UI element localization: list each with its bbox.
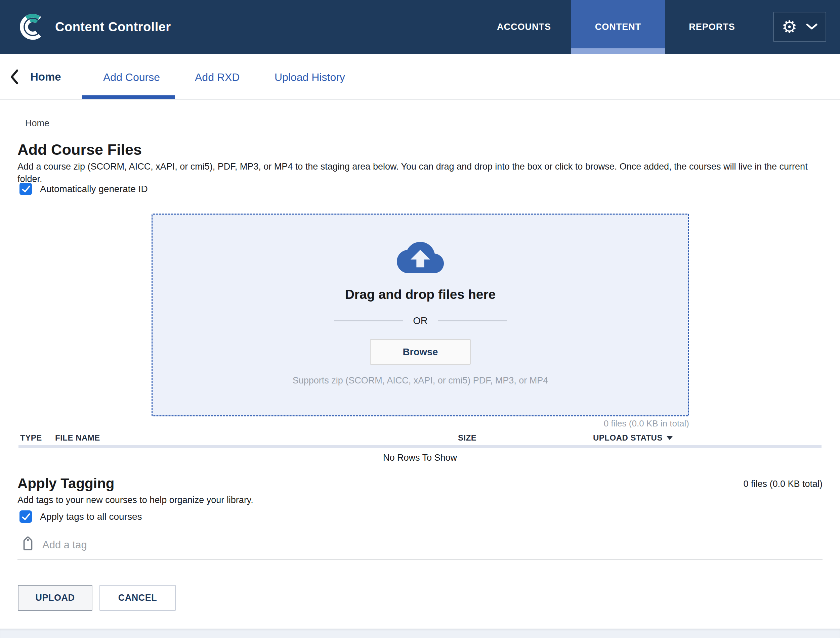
gear-icon: ⚙ — [781, 18, 797, 36]
table-header-divider — [19, 445, 821, 448]
tag-input-row — [17, 531, 823, 559]
table-empty-message: No Rows To Show — [0, 453, 840, 463]
apply-tags-all-checkbox[interactable] — [19, 510, 32, 523]
content-controller-logo-icon — [19, 12, 48, 42]
brand-title: Content Controller — [55, 20, 171, 34]
tab-accounts[interactable]: ACCOUNTS — [477, 0, 571, 54]
tagging-files-total: 0 files (0.0 KB total) — [743, 479, 823, 489]
file-dropzone[interactable]: Drag and drop files here OR Browse Suppo… — [152, 213, 689, 416]
add-tag-input[interactable] — [42, 539, 823, 551]
subnav-home-link[interactable]: Home — [30, 71, 61, 83]
brand: Content Controller — [0, 0, 171, 54]
or-label: OR — [413, 315, 428, 326]
upload-button[interactable]: UPLOAD — [18, 585, 92, 611]
top-nav-tabs: ACCOUNTS CONTENT REPORTS — [477, 0, 759, 54]
top-navbar: Content Controller ACCOUNTS CONTENT REPO… — [0, 0, 840, 54]
browse-button[interactable]: Browse — [370, 339, 471, 365]
tag-icon — [17, 534, 39, 556]
settings-menu-button[interactable]: ⚙ — [773, 12, 826, 42]
secondary-nav: Home Add Course Add RXD Upload History — [0, 54, 840, 100]
settings-area: ⚙ — [759, 0, 840, 54]
tab-content[interactable]: CONTENT — [571, 0, 665, 54]
dropzone-supported-formats: Supports zip (SCORM, AICC, xAPI, or cmi5… — [293, 376, 548, 386]
footer-strip — [0, 629, 840, 638]
subnav-tab-add-rxd[interactable]: Add RXD — [195, 71, 240, 84]
cloud-upload-icon — [397, 234, 444, 281]
subnav-tab-upload-history[interactable]: Upload History — [275, 71, 345, 84]
page-title: Add Course Files — [17, 141, 142, 158]
tab-reports[interactable]: REPORTS — [665, 0, 759, 54]
column-header-file-name[interactable]: FILE NAME — [55, 433, 100, 442]
auto-generate-id-checkbox[interactable] — [19, 183, 32, 195]
or-divider: OR — [334, 315, 507, 326]
apply-tags-all-label: Apply tags to all courses — [40, 512, 142, 522]
apply-tagging-subtitle: Add tags to your new courses to help org… — [17, 495, 253, 505]
auto-generate-id-label: Automatically generate ID — [40, 184, 148, 194]
breadcrumb[interactable]: Home — [25, 118, 49, 129]
or-line-left — [334, 321, 403, 321]
dropzone-title: Drag and drop files here — [345, 287, 496, 302]
cancel-button[interactable]: CANCEL — [100, 585, 176, 611]
or-line-right — [438, 321, 507, 321]
column-header-type[interactable]: TYPE — [20, 433, 42, 442]
apply-tagging-title: Apply Tagging — [17, 475, 115, 491]
chevron-down-icon — [806, 24, 818, 30]
page-description: Add a course zip (SCORM, AICC, xAPI, or … — [17, 161, 825, 185]
column-header-upload-status[interactable]: UPLOAD STATUS — [593, 433, 673, 442]
column-header-size[interactable]: SIZE — [458, 433, 476, 442]
active-tab-underline — [82, 95, 175, 99]
staged-files-total: 0 files (0.0 KB in total) — [604, 418, 689, 429]
subnav-tab-add-course[interactable]: Add Course — [103, 71, 160, 84]
sort-caret-icon — [667, 436, 673, 440]
chevron-left-icon[interactable] — [10, 69, 19, 85]
apply-tags-all-row: Apply tags to all courses — [19, 510, 142, 523]
auto-generate-id-row: Automatically generate ID — [19, 183, 148, 195]
